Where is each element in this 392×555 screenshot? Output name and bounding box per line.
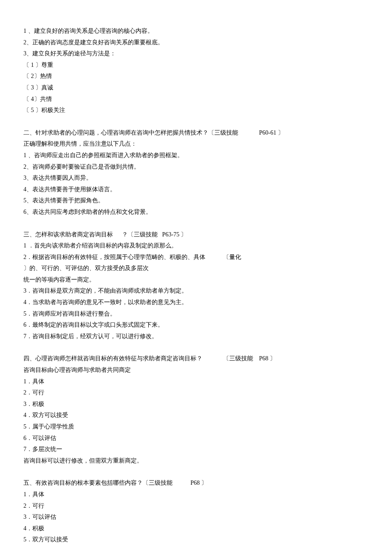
text-line: 二、针对求助者的心理问题，心理咨询师在咨询中怎样把握共情技术？〔三级技能 P60… bbox=[23, 127, 369, 139]
text-line: 2、正确的咨询态度是建立良好咨询关系的重要根底。 bbox=[23, 37, 369, 49]
text-line: 2．可行 bbox=[23, 500, 369, 512]
text-line: 5、表达共情要善于把握角色。 bbox=[23, 195, 369, 207]
text-line: 1．具体 bbox=[23, 376, 369, 388]
text-line: 〔 1 〕尊重 bbox=[23, 60, 369, 71]
text-line: 5．咨询师应对咨询目标进行整合。 bbox=[23, 308, 369, 320]
text-line: 3．可以评估 bbox=[23, 512, 369, 523]
text-line: 4．积极 bbox=[23, 523, 369, 535]
text-line: 4．双方可以接受 bbox=[23, 410, 369, 421]
text-line: 〔 2〕热情 bbox=[23, 71, 369, 82]
text-line: 〔 4〕共情 bbox=[23, 94, 369, 105]
section-1: 1 、建立良好的咨询关系是心理咨询的核心内容。 2、正确的咨询态度是建立良好咨询… bbox=[23, 26, 369, 116]
text-line: 统一的等项内容逐一商定。 bbox=[23, 274, 369, 286]
section-2: 二、针对求助者的心理问题，心理咨询师在咨询中怎样把握共情技术？〔三级技能 P60… bbox=[23, 127, 369, 218]
text-line: 7．多层次统一 bbox=[23, 444, 369, 455]
text-line: 5．属于心理学性质 bbox=[23, 421, 369, 433]
text-line: 6．最终制定的咨询目标以文字或口头形式固定下来。 bbox=[23, 319, 369, 331]
text-line: 咨询目标由心理咨询师与求助者共同商定 bbox=[23, 365, 369, 376]
text-line: 3．积极 bbox=[23, 399, 369, 410]
section-5: 五、有效咨询目标的根本要素包括哪些内容？〔三级技能 P68 〕 1．具体 2．可… bbox=[23, 477, 369, 546]
text-line: 4、表达共情要善于使用躯体语言。 bbox=[23, 184, 369, 196]
text-line: 3、建立良好关系的途径与方法是： bbox=[23, 48, 369, 60]
text-line: 1 ．首先向该求助者介绍咨询目标的内容及制定的原那么。 bbox=[23, 240, 369, 252]
text-line: 〔 3 〕真诚 bbox=[23, 82, 369, 94]
text-line: 五、有效咨询目标的根本要素包括哪些内容？〔三级技能 P68 〕 bbox=[23, 477, 369, 489]
text-line: 正确理解和使用共情，应当注意以下几点： bbox=[23, 138, 369, 150]
text-line: 4．当求助者与咨询师的意见不一致时，以求助者的意见为主。 bbox=[23, 297, 369, 308]
text-line: 6、表达共同应考虑到求助者的特点和文化背景。 bbox=[23, 207, 369, 218]
text-line: 咨询目标可以进行修改，但需双方重新商定。 bbox=[23, 455, 369, 467]
text-line: 6．可以评估 bbox=[23, 433, 369, 444]
section-3: 三、怎样和该求助者商定咨询目标 ？〔三级技能 P63-75 〕 1 ．首先向该求… bbox=[23, 229, 369, 342]
text-line: 3、表达共情要因人而异。 bbox=[23, 173, 369, 184]
text-line: 5．双方可以接受 bbox=[23, 534, 369, 546]
text-line: 〔 5 〕积极关注 bbox=[23, 105, 369, 116]
text-line: 三、怎样和该求助者商定咨询目标 ？〔三级技能 P63-75 〕 bbox=[23, 229, 369, 241]
text-line: 3．咨询目标是双方商定的，不能由咨询师或求助者单方制定。 bbox=[23, 285, 369, 297]
section-4: 四、心理咨询师怎样就咨询目标的有效特征与求助者商定咨询目标？ 〔三级技能 P68… bbox=[23, 353, 369, 466]
text-line: 〕的、可行的、可评估的、双方接受的及多层次 bbox=[23, 263, 369, 274]
text-line: 四、心理咨询师怎样就咨询目标的有效特征与求助者商定咨询目标？ 〔三级技能 P68… bbox=[23, 353, 369, 365]
text-line: 2、咨询师必要时要验证自己是否做到共情。 bbox=[23, 161, 369, 173]
text-line: 2．可行 bbox=[23, 387, 369, 399]
text-line: 1．具体 bbox=[23, 489, 369, 500]
text-line: 2．根据咨询目标的有效特征，按照属于心理学范畴的、积极的、具体 〔量化 bbox=[23, 252, 369, 263]
text-line: 1 、咨询师应走出自己的参照框架而进入求助者的参照框架。 bbox=[23, 150, 369, 161]
text-line: 1 、建立良好的咨询关系是心理咨询的核心内容。 bbox=[23, 26, 369, 37]
text-line: 7．咨询目标制定后，经双方认可，可以进行修改。 bbox=[23, 331, 369, 342]
